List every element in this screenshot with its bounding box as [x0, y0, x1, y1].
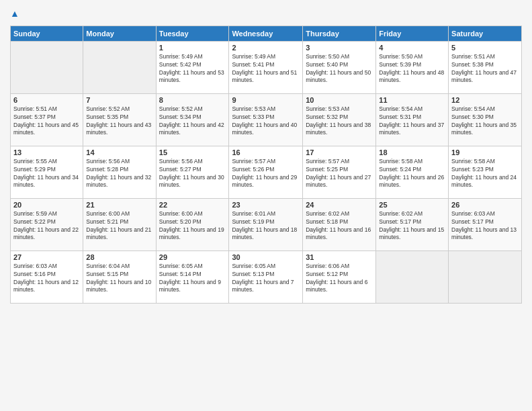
calendar-cell: 4Sunrise: 5:50 AM Sunset: 5:39 PM Daylig…: [376, 41, 449, 93]
day-number: 5: [451, 44, 519, 52]
header-day: Wednesday: [229, 26, 303, 41]
calendar-cell: 31Sunrise: 6:06 AM Sunset: 5:12 PM Dayli…: [303, 250, 376, 303]
cell-info: Sunrise: 5:54 AM Sunset: 5:30 PM Dayligh…: [451, 105, 519, 138]
day-number: 15: [159, 148, 226, 156]
cell-info: Sunrise: 5:51 AM Sunset: 5:38 PM Dayligh…: [451, 53, 519, 85]
calendar-cell: 13Sunrise: 5:55 AM Sunset: 5:29 PM Dayli…: [11, 146, 83, 198]
cell-info: Sunrise: 5:57 AM Sunset: 5:25 PM Dayligh…: [306, 158, 373, 190]
calendar-cell: 7Sunrise: 5:52 AM Sunset: 5:35 PM Daylig…: [83, 93, 156, 146]
header-day: Friday: [376, 26, 449, 41]
calendar-cell: 24Sunrise: 6:02 AM Sunset: 5:18 PM Dayli…: [303, 198, 376, 250]
cell-info: Sunrise: 5:54 AM Sunset: 5:31 PM Dayligh…: [379, 105, 445, 138]
calendar-cell: 22Sunrise: 6:00 AM Sunset: 5:20 PM Dayli…: [156, 198, 229, 250]
header-day: Monday: [83, 26, 156, 41]
day-number: 1: [159, 44, 226, 52]
day-number: 13: [13, 148, 80, 156]
day-number: 2: [232, 44, 300, 52]
cell-info: Sunrise: 6:00 AM Sunset: 5:20 PM Dayligh…: [159, 210, 226, 242]
day-number: 31: [306, 253, 373, 261]
calendar-cell: 21Sunrise: 6:00 AM Sunset: 5:21 PM Dayli…: [83, 198, 156, 250]
cell-info: Sunrise: 5:50 AM Sunset: 5:39 PM Dayligh…: [379, 53, 445, 85]
cell-info: Sunrise: 5:55 AM Sunset: 5:29 PM Dayligh…: [13, 158, 80, 190]
calendar-cell: 12Sunrise: 5:54 AM Sunset: 5:30 PM Dayli…: [449, 93, 522, 146]
header-day: Saturday: [449, 26, 522, 41]
cell-info: Sunrise: 5:49 AM Sunset: 5:42 PM Dayligh…: [159, 53, 226, 85]
day-number: 4: [379, 44, 445, 52]
cell-info: Sunrise: 6:02 AM Sunset: 5:18 PM Dayligh…: [306, 210, 373, 242]
cell-info: Sunrise: 5:59 AM Sunset: 5:22 PM Dayligh…: [13, 210, 80, 242]
calendar-cell: 16Sunrise: 5:57 AM Sunset: 5:26 PM Dayli…: [229, 146, 303, 198]
cell-info: Sunrise: 6:01 AM Sunset: 5:19 PM Dayligh…: [232, 210, 300, 242]
cell-info: Sunrise: 6:06 AM Sunset: 5:12 PM Dayligh…: [306, 263, 373, 295]
calendar-cell: 3Sunrise: 5:50 AM Sunset: 5:40 PM Daylig…: [303, 41, 376, 93]
cell-info: Sunrise: 5:50 AM Sunset: 5:40 PM Dayligh…: [306, 53, 373, 85]
cell-info: Sunrise: 6:00 AM Sunset: 5:21 PM Dayligh…: [86, 210, 152, 242]
calendar-week-row: 20Sunrise: 5:59 AM Sunset: 5:22 PM Dayli…: [11, 198, 522, 250]
calendar-cell: 18Sunrise: 5:58 AM Sunset: 5:24 PM Dayli…: [376, 146, 449, 198]
calendar-cell: 2Sunrise: 5:49 AM Sunset: 5:41 PM Daylig…: [229, 41, 303, 93]
cell-info: Sunrise: 6:05 AM Sunset: 5:13 PM Dayligh…: [232, 263, 300, 295]
calendar-week-row: 1Sunrise: 5:49 AM Sunset: 5:42 PM Daylig…: [11, 41, 522, 93]
cell-info: Sunrise: 5:56 AM Sunset: 5:27 PM Dayligh…: [159, 158, 226, 190]
calendar-table: SundayMondayTuesdayWednesdayThursdayFrid…: [10, 26, 522, 304]
calendar-cell: 17Sunrise: 5:57 AM Sunset: 5:25 PM Dayli…: [303, 146, 376, 198]
calendar-week-row: 13Sunrise: 5:55 AM Sunset: 5:29 PM Dayli…: [11, 146, 522, 198]
day-number: 24: [306, 201, 373, 209]
cell-info: Sunrise: 5:52 AM Sunset: 5:34 PM Dayligh…: [159, 105, 226, 138]
cell-info: Sunrise: 6:05 AM Sunset: 5:14 PM Dayligh…: [159, 263, 226, 295]
calendar-cell: [11, 41, 83, 93]
header-day: Thursday: [303, 26, 376, 41]
day-number: 26: [451, 201, 519, 209]
day-number: 8: [159, 96, 226, 104]
day-number: 20: [13, 201, 80, 209]
day-number: 27: [13, 253, 80, 261]
cell-info: Sunrise: 6:03 AM Sunset: 5:17 PM Dayligh…: [451, 210, 519, 242]
header-day: Sunday: [11, 26, 83, 41]
day-number: 21: [86, 201, 152, 209]
page: ▲ SundayMondayTuesdayWednesdayThursdayFr…: [0, 0, 532, 411]
cell-info: Sunrise: 5:53 AM Sunset: 5:33 PM Dayligh…: [232, 105, 300, 138]
calendar-cell: 14Sunrise: 5:56 AM Sunset: 5:28 PM Dayli…: [83, 146, 156, 198]
calendar-cell: [376, 250, 449, 303]
day-number: 23: [232, 201, 300, 209]
cell-info: Sunrise: 5:58 AM Sunset: 5:23 PM Dayligh…: [451, 158, 519, 190]
header: ▲: [10, 7, 522, 20]
calendar-cell: 29Sunrise: 6:05 AM Sunset: 5:14 PM Dayli…: [156, 250, 229, 303]
day-number: 25: [379, 201, 445, 209]
cell-info: Sunrise: 6:02 AM Sunset: 5:17 PM Dayligh…: [379, 210, 445, 242]
calendar-cell: 9Sunrise: 5:53 AM Sunset: 5:33 PM Daylig…: [229, 93, 303, 146]
calendar-cell: [83, 41, 156, 93]
calendar-cell: 19Sunrise: 5:58 AM Sunset: 5:23 PM Dayli…: [449, 146, 522, 198]
calendar-cell: 28Sunrise: 6:04 AM Sunset: 5:15 PM Dayli…: [83, 250, 156, 303]
day-number: 14: [86, 148, 152, 156]
calendar-cell: 27Sunrise: 6:03 AM Sunset: 5:16 PM Dayli…: [11, 250, 83, 303]
cell-info: Sunrise: 5:53 AM Sunset: 5:32 PM Dayligh…: [306, 105, 373, 138]
cell-info: Sunrise: 5:58 AM Sunset: 5:24 PM Dayligh…: [379, 158, 445, 190]
calendar-cell: 11Sunrise: 5:54 AM Sunset: 5:31 PM Dayli…: [376, 93, 449, 146]
cell-info: Sunrise: 5:51 AM Sunset: 5:37 PM Dayligh…: [13, 105, 80, 138]
cell-info: Sunrise: 5:49 AM Sunset: 5:41 PM Dayligh…: [232, 53, 300, 85]
day-number: 11: [379, 96, 445, 104]
day-number: 29: [159, 253, 226, 261]
day-number: 3: [306, 44, 373, 52]
calendar-cell: [449, 250, 522, 303]
day-number: 30: [232, 253, 300, 261]
cell-info: Sunrise: 5:52 AM Sunset: 5:35 PM Dayligh…: [86, 105, 152, 138]
day-number: 16: [232, 148, 300, 156]
day-number: 6: [13, 96, 80, 104]
cell-info: Sunrise: 5:56 AM Sunset: 5:28 PM Dayligh…: [86, 158, 152, 190]
calendar-cell: 5Sunrise: 5:51 AM Sunset: 5:38 PM Daylig…: [449, 41, 522, 93]
header-day: Tuesday: [156, 26, 229, 41]
day-number: 7: [86, 96, 152, 104]
cell-info: Sunrise: 6:04 AM Sunset: 5:15 PM Dayligh…: [86, 263, 152, 295]
calendar-week-row: 6Sunrise: 5:51 AM Sunset: 5:37 PM Daylig…: [11, 93, 522, 146]
cell-info: Sunrise: 6:03 AM Sunset: 5:16 PM Dayligh…: [13, 263, 80, 295]
calendar-cell: 8Sunrise: 5:52 AM Sunset: 5:34 PM Daylig…: [156, 93, 229, 146]
calendar-cell: 15Sunrise: 5:56 AM Sunset: 5:27 PM Dayli…: [156, 146, 229, 198]
day-number: 18: [379, 148, 445, 156]
day-number: 12: [451, 96, 519, 104]
calendar-cell: 30Sunrise: 6:05 AM Sunset: 5:13 PM Dayli…: [229, 250, 303, 303]
logo: ▲: [10, 7, 19, 20]
day-number: 19: [451, 148, 519, 156]
logo-general: ▲: [10, 7, 19, 20]
